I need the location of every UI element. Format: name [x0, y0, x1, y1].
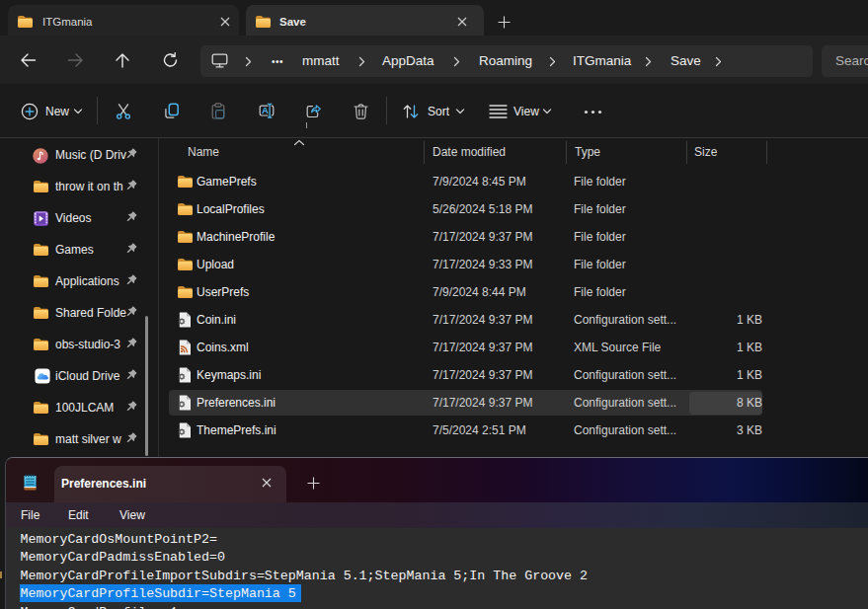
svg-text:A: A — [262, 105, 269, 115]
